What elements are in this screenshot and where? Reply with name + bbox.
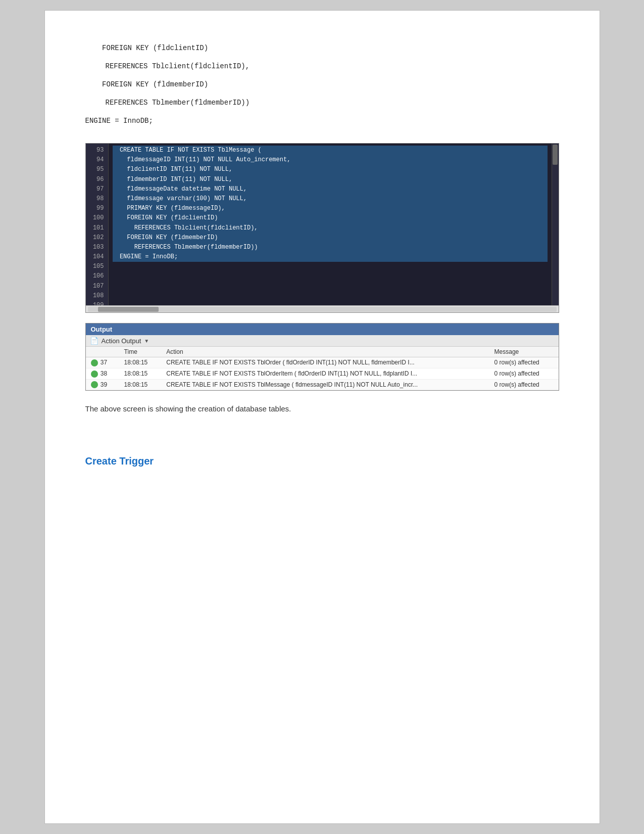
horizontal-scrollbar[interactable] [86,305,559,312]
output-toolbar[interactable]: 📄 Action Output ▼ [86,335,559,347]
row-status-icon: 37 [86,357,119,368]
row-status-icon: 38 [86,368,119,379]
sql-line-5: ENGINE = InnoDB; [85,114,559,128]
table-row: 38 18:08:15 CREATE TABLE IF NOT EXISTS T… [86,368,559,379]
col-header-message: Message [489,347,559,357]
page: FOREIGN KEY (fldclientID) REFERENCES Tbl… [44,10,600,824]
row-action: CREATE TABLE IF NOT EXISTS TblOrder ( fl… [161,357,489,368]
output-table: Time Action Message 37 18:08:15 CREATE T… [86,347,559,390]
output-header: Output [86,323,559,335]
vertical-scrollbar[interactable] [552,144,559,305]
row-action: CREATE TABLE IF NOT EXISTS TblOrderItem … [161,368,489,379]
sql-text-block: FOREIGN KEY (fldclientID) REFERENCES Tbl… [85,41,559,128]
code-content[interactable]: CREATE TABLE IF NOT EXISTS TblMessage ( … [109,144,552,305]
col-header-empty [86,347,119,357]
row-status-icon: 39 [86,379,119,390]
row-action: CREATE TABLE IF NOT EXISTS TblMessage ( … [161,379,489,390]
col-header-time: Time [119,347,162,357]
output-header-label: Output [91,326,113,333]
description-text: The above screen is showing the creation… [85,403,559,415]
section-title: Create Trigger [85,455,559,467]
row-message: 0 row(s) affected [489,368,559,379]
sql-line-1: FOREIGN KEY (fldclientID) [85,41,559,55]
action-output-label: Action Output [102,337,141,345]
row-time: 18:08:15 [119,357,162,368]
table-row: 39 18:08:15 CREATE TABLE IF NOT EXISTS T… [86,379,559,390]
sql-line-2: REFERENCES Tblclient(fldclientID), [85,59,559,73]
line-numbers: 93 94 95 96 97 98 99 100 101 102 103 104… [86,144,109,305]
table-row: 37 18:08:15 CREATE TABLE IF NOT EXISTS T… [86,357,559,368]
sql-line-4: REFERENCES Tblmember(fldmemberID)) [85,96,559,110]
code-editor: 93 94 95 96 97 98 99 100 101 102 103 104… [85,143,559,313]
row-time: 18:08:15 [119,368,162,379]
sql-line-3: FOREIGN KEY (fldmemberID) [85,77,559,91]
row-message: 0 row(s) affected [489,379,559,390]
row-time: 18:08:15 [119,379,162,390]
row-message: 0 row(s) affected [489,357,559,368]
dropdown-arrow-icon[interactable]: ▼ [144,338,149,344]
output-toolbar-icon: 📄 [90,337,98,345]
col-header-action: Action [161,347,489,357]
output-panel: Output 📄 Action Output ▼ Time Action Mes… [85,323,559,391]
